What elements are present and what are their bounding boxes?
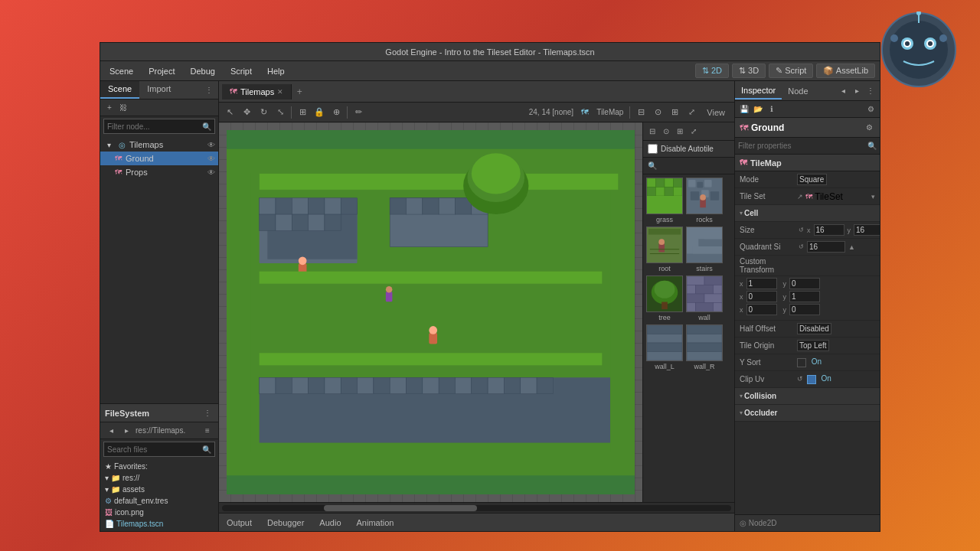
tab-plus-icon[interactable]: + <box>292 86 307 97</box>
tab-output[interactable]: Output <box>222 517 256 529</box>
inspector-settings-icon[interactable]: ⚙ <box>864 103 877 116</box>
disable-autotile-checkbox[interactable] <box>648 144 658 154</box>
path-list-icon[interactable]: ≡ <box>201 425 214 437</box>
tile-wall-l[interactable]: wall_L <box>646 324 683 370</box>
ct-x1-input[interactable] <box>746 278 777 289</box>
file-default-env[interactable]: ⚙ default_env.tres <box>100 495 218 507</box>
zoom-in-btn[interactable]: ⊞ <box>667 105 682 120</box>
ct-x3-input[interactable] <box>746 304 777 315</box>
tab-import[interactable]: Import <box>139 81 178 99</box>
palette-search-icon[interactable]: 🔍 <box>646 160 658 172</box>
tab-scene[interactable]: Scene <box>100 81 139 99</box>
horizontal-scrollbar[interactable] <box>222 505 731 511</box>
svg-rect-42 <box>309 377 325 393</box>
tab-close-icon[interactable]: ✕ <box>277 88 283 96</box>
tree-item-tilemaps[interactable]: ▾ ◎ Tilemaps 👁 <box>100 138 218 152</box>
menu-script[interactable]: Script <box>226 65 256 77</box>
eye-icon-tilemaps[interactable]: 👁 <box>207 141 215 149</box>
inspector-prev-icon[interactable]: ◂ <box>837 85 849 97</box>
menu-scene[interactable]: Scene <box>105 65 138 77</box>
inspector-next-icon[interactable]: ▸ <box>851 85 863 97</box>
size-reset-icon[interactable]: ↺ <box>799 227 804 233</box>
inspector-info-icon[interactable]: ℹ <box>766 103 778 116</box>
palette-expand-icon[interactable]: ⤢ <box>688 126 700 138</box>
search-files-input[interactable] <box>107 445 202 454</box>
tab-inspector[interactable]: Inspector <box>735 83 782 99</box>
path-forward-icon[interactable]: ▸ <box>120 425 132 437</box>
size-x-input[interactable] <box>814 224 844 236</box>
tile-tree[interactable]: tree <box>646 276 683 321</box>
ct-y3-input[interactable] <box>789 304 820 315</box>
toolbar-paint-btn[interactable]: ✏ <box>351 105 366 120</box>
half-offset-dropdown[interactable]: Disabled <box>797 323 831 334</box>
ct-y1-input[interactable] <box>789 278 820 289</box>
quadrant-up-icon[interactable]: ▲ <box>848 243 855 251</box>
right-panel: Inspector Node ◂ ▸ ⋮ 💾 📂 ℹ ⚙ <box>734 81 880 531</box>
inspector-save-icon[interactable]: 💾 <box>738 103 750 116</box>
tab-node[interactable]: Node <box>782 83 814 99</box>
object-settings-icon[interactable]: ⚙ <box>863 122 875 134</box>
filesystem-more-icon[interactable]: ⋮ <box>201 407 214 419</box>
zoom-reset-btn[interactable]: ⊙ <box>650 105 665 120</box>
file-res[interactable]: ▾ 📁 res:// <box>100 472 218 484</box>
eye-icon-props[interactable]: 👁 <box>207 168 215 177</box>
tile-stairs[interactable]: stairs <box>686 227 723 272</box>
toolbar-rotate-btn[interactable]: ↻ <box>256 105 271 120</box>
path-back-icon[interactable]: ◂ <box>105 425 117 437</box>
file-assets[interactable]: ▾ 📁 assets <box>100 484 218 495</box>
inspector-load-icon[interactable]: 📂 <box>752 103 764 116</box>
clip-uv-checkbox[interactable] <box>807 375 816 384</box>
expand-btn[interactable]: ⤢ <box>684 105 699 120</box>
tile-wall-r[interactable]: wall_R <box>686 324 723 370</box>
file-tilemaps-tscn[interactable]: 📄 Tilemaps.tscn <box>100 518 218 530</box>
tile-grass[interactable]: grass <box>646 178 683 223</box>
editor-tab-tilemaps[interactable]: 🗺 Tilemaps ✕ <box>222 84 292 99</box>
tab-debugger[interactable]: Debugger <box>263 517 309 529</box>
menu-debug[interactable]: Debug <box>185 65 219 77</box>
action-script[interactable]: ✎ Script <box>769 64 813 78</box>
toolbar-move-btn[interactable]: ✥ <box>239 105 254 120</box>
action-3d[interactable]: ⇅ 3D <box>732 64 766 78</box>
zoom-out-btn[interactable]: ⊟ <box>633 105 648 120</box>
clip-uv-reset-icon[interactable]: ↺ <box>797 375 803 383</box>
ct-x2-input[interactable] <box>746 291 777 302</box>
toolbar-lock-btn[interactable]: 🔒 <box>312 105 327 120</box>
menu-project[interactable]: Project <box>144 65 179 77</box>
mode-dropdown[interactable]: Square <box>797 174 827 185</box>
filter-node-input[interactable] <box>107 122 202 131</box>
file-favorites[interactable]: ★ Favorites: <box>100 461 218 472</box>
eye-icon-ground[interactable]: 👁 <box>207 155 215 163</box>
tree-item-ground[interactable]: 🗺 Ground 👁 <box>100 152 218 165</box>
tile-root[interactable]: root <box>646 227 683 272</box>
tree-item-props[interactable]: 🗺 Props 👁 <box>100 165 218 179</box>
action-2d[interactable]: ⇅ 2D <box>695 64 729 78</box>
palette-zoom-in-icon[interactable]: ⊞ <box>674 126 686 138</box>
y-sort-checkbox[interactable] <box>797 358 806 367</box>
tab-animation[interactable]: Animation <box>352 517 399 529</box>
palette-zoom-out-icon[interactable]: ⊟ <box>646 126 658 138</box>
toolbar-group-btn[interactable]: ⊕ <box>328 105 344 120</box>
quadrant-size-input[interactable] <box>807 241 845 253</box>
tile-wall[interactable]: wall <box>686 276 723 321</box>
menu-help[interactable]: Help <box>263 65 289 77</box>
more-icon[interactable]: ⋮ <box>203 84 215 96</box>
tile-rocks[interactable]: rocks <box>686 178 723 223</box>
filter-properties-input[interactable] <box>738 142 867 150</box>
size-x-label: x <box>807 227 811 234</box>
view-label[interactable]: View <box>701 106 731 119</box>
toolbar-scale-btn[interactable]: ⤡ <box>273 105 288 120</box>
toolbar-select-btn[interactable]: ↖ <box>222 105 237 120</box>
instance-node-icon[interactable]: ⛓ <box>117 102 129 114</box>
quadrant-reset-icon[interactable]: ↺ <box>799 243 804 250</box>
palette-reset-icon[interactable]: ⊙ <box>660 126 672 138</box>
add-node-icon[interactable]: + <box>103 102 116 114</box>
toolbar-snap-btn[interactable]: ⊞ <box>295 105 310 120</box>
action-assetlib[interactable]: 📦 AssetLib <box>816 64 875 78</box>
tab-audio[interactable]: Audio <box>315 517 345 529</box>
ct-y2-input[interactable] <box>789 291 820 302</box>
file-icon-png[interactable]: 🖼 icon.png <box>100 507 218 518</box>
tile-origin-dropdown[interactable]: Top Left <box>797 340 829 351</box>
canvas-area[interactable] <box>219 122 642 502</box>
inspector-more-icon[interactable]: ⋮ <box>864 85 877 97</box>
size-y-input[interactable] <box>854 224 880 236</box>
